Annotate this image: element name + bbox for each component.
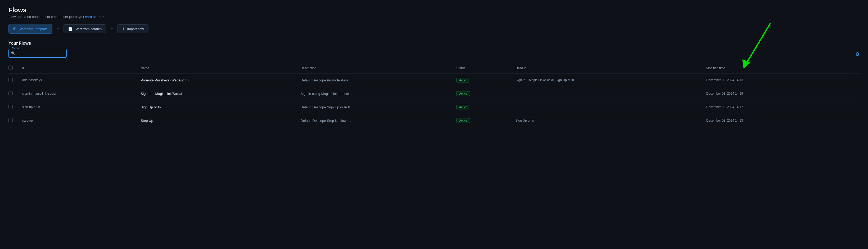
table-row: sign-up-or-in Sign Up or In Default Desc… xyxy=(8,101,860,114)
row-status-cell: Active xyxy=(453,87,512,101)
add-template-button[interactable]: + xyxy=(55,26,61,32)
row-status-cell: Active xyxy=(453,114,512,128)
search-wrapper: Search 🔍 xyxy=(8,49,67,58)
row-more-actions[interactable]: ⋮ xyxy=(830,114,860,128)
row-used-in-cell xyxy=(512,87,703,101)
flows-section: Your Flows Search 🔍 ⚙ ID Name Descriptio… xyxy=(8,41,860,128)
learn-more-link[interactable]: Learn More xyxy=(83,15,100,19)
row-status-cell: Active xyxy=(453,101,512,114)
row-more-actions[interactable]: ⋮ xyxy=(830,87,860,101)
row-name-cell: Promote Passkeys (WebAuthn) xyxy=(137,73,298,87)
status-badge: Active xyxy=(456,118,470,123)
row-checkbox-3[interactable] xyxy=(8,118,13,122)
row-id-cell: sign-in-magic-link-social xyxy=(19,87,137,101)
row-modified-cell: December 03, 2024 14:13 xyxy=(703,114,830,128)
row-checkbox-cell xyxy=(8,101,19,114)
add-scratch-button[interactable]: + xyxy=(109,26,115,32)
start-from-scratch-button[interactable]: 📄 Start from scratch xyxy=(63,24,106,33)
select-all-checkbox[interactable] xyxy=(8,66,13,70)
status-badge: Active xyxy=(456,105,470,109)
template-icon: ⊞ xyxy=(13,27,17,31)
select-all-header xyxy=(8,63,19,73)
status-column-header: Status ↑ xyxy=(453,63,512,73)
modified-time-column-header: Modified time xyxy=(703,63,830,73)
row-more-actions[interactable]: ⋮ xyxy=(830,73,860,87)
section-title: Your Flows xyxy=(8,41,860,46)
row-description-cell: Sign in using Magic Link or soci... xyxy=(298,87,453,101)
row-description-cell: Default Descope Promote Pass... xyxy=(298,73,453,87)
external-link-icon: ↗ xyxy=(102,15,104,19)
row-modified-cell: December 03, 2024 14:19 xyxy=(703,87,830,101)
actions-column-header xyxy=(830,63,860,73)
row-checkbox-cell xyxy=(8,73,19,87)
name-column-header: Name xyxy=(137,63,298,73)
status-badge: Active xyxy=(456,78,470,82)
page-header: Flows Flows are a no-code tool to create… xyxy=(8,6,860,19)
flows-table-container: ⚙ ID Name Description Status ↑ Used In M… xyxy=(8,63,860,128)
search-input[interactable] xyxy=(8,49,67,58)
row-checkbox-cell xyxy=(8,87,19,101)
row-more-actions[interactable]: ⋮ xyxy=(830,101,860,114)
id-column-header: ID xyxy=(19,63,137,73)
row-name-cell: Step Up xyxy=(137,114,298,128)
start-from-template-button[interactable]: ⊞ Start from template xyxy=(8,24,53,34)
row-checkbox-2[interactable] xyxy=(8,105,13,109)
table-settings-icon[interactable]: ⚙ xyxy=(855,51,860,57)
toolbar: ⊞ Start from template + 📄 Start from scr… xyxy=(8,24,860,34)
row-name-cell: Sign Up or In xyxy=(137,101,298,114)
row-used-in-cell: Sign In – Magic Link/Social, Sign Up or … xyxy=(512,73,703,87)
search-icon: 🔍 xyxy=(11,51,16,56)
row-checkbox-0[interactable] xyxy=(8,78,13,82)
row-checkbox-cell xyxy=(8,114,19,128)
description-column-header: Description xyxy=(298,63,453,73)
status-badge: Active xyxy=(456,91,470,96)
page-subtitle: Flows are a no-code tool to create user … xyxy=(8,15,860,19)
status-sort-icon: ↑ xyxy=(467,67,469,70)
row-id-cell: sign-up-or-in xyxy=(19,101,137,114)
row-name-cell: Sign In – Magic Link/Social xyxy=(137,87,298,101)
table-row: sign-in-magic-link-social Sign In – Magi… xyxy=(8,87,860,101)
row-id-cell: add-passkeys xyxy=(19,73,137,87)
row-modified-cell: December 03, 2024 14:17 xyxy=(703,101,830,114)
row-id-cell: step-up xyxy=(19,114,137,128)
search-label: Search xyxy=(11,46,23,50)
table-row: add-passkeys Promote Passkeys (WebAuthn)… xyxy=(8,73,860,87)
import-flow-button[interactable]: ⬆ Import flow xyxy=(117,24,149,33)
table-header-row: ID Name Description Status ↑ Used In Mod… xyxy=(8,63,860,73)
row-used-in-cell: Sign Up or In xyxy=(512,114,703,128)
row-modified-cell: December 03, 2024 14:13 xyxy=(703,73,830,87)
row-description-cell: Default Descope Step Up flow: ... xyxy=(298,114,453,128)
scratch-icon: 📄 xyxy=(68,27,72,31)
flows-table: ID Name Description Status ↑ Used In Mod… xyxy=(8,63,860,128)
row-description-cell: Default Descope Sign Up or In fl... xyxy=(298,101,453,114)
row-used-in-cell xyxy=(512,101,703,114)
table-row: step-up Step Up Default Descope Step Up … xyxy=(8,114,860,128)
page-title: Flows xyxy=(8,6,860,14)
used-in-column-header: Used In xyxy=(512,63,703,73)
import-icon: ⬆ xyxy=(122,27,125,31)
row-checkbox-1[interactable] xyxy=(8,91,13,96)
row-status-cell: Active xyxy=(453,73,512,87)
